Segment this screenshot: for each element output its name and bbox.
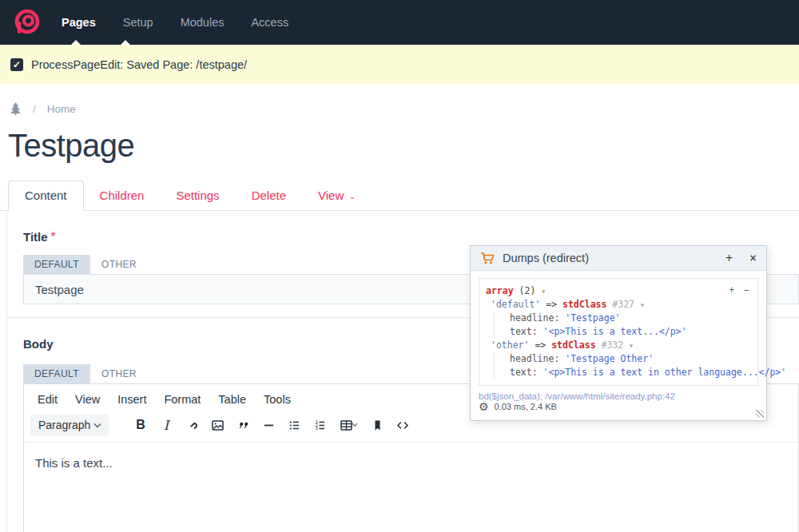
lang-tab-default[interactable]: DEFAULT xyxy=(23,255,90,274)
numbered-list-icon: 123 xyxy=(313,419,327,432)
chevron-down-icon xyxy=(93,423,101,428)
dump-expand-all-button[interactable]: + xyxy=(729,284,734,297)
lang-tab-default[interactable]: DEFAULT xyxy=(23,364,90,383)
link-icon xyxy=(185,419,199,432)
tracy-expand-button[interactable]: + xyxy=(725,251,733,265)
dump-box: + − array (2) ▾'default' => stdClass #32… xyxy=(479,278,758,386)
lang-tab-other[interactable]: OTHER xyxy=(90,255,148,274)
horizontal-rule-button[interactable] xyxy=(257,414,280,436)
tab-settings[interactable]: Settings xyxy=(160,181,235,210)
collapse-toggle-icon[interactable]: ▾ xyxy=(629,341,634,350)
cart-icon xyxy=(480,252,495,265)
link-button[interactable] xyxy=(181,414,203,436)
tracy-panel-title: Dumps (redirect) xyxy=(503,252,589,264)
toolbar-buttons: B I xyxy=(129,414,414,436)
menu-insert[interactable]: Insert xyxy=(110,391,153,408)
notification-bar: ✓ ProcessPageEdit: Saved Page: /testpage… xyxy=(0,45,799,84)
bookmark-button[interactable] xyxy=(366,414,388,436)
breadcrumb: / Home xyxy=(10,102,799,115)
chevron-down-icon xyxy=(352,423,358,427)
body-field-label: Body xyxy=(23,337,54,351)
tab-content[interactable]: Content xyxy=(8,181,84,211)
horizontal-rule-icon xyxy=(262,419,276,432)
dump-line: text: '<p>This is a text...</p>' xyxy=(486,325,751,339)
bullet-list-icon xyxy=(288,419,301,432)
breadcrumb-separator: / xyxy=(33,103,36,115)
editor-content[interactable]: This is a text... xyxy=(24,443,798,483)
image-icon xyxy=(211,419,225,432)
dump-line: headline: 'Testpage' xyxy=(486,312,751,325)
nav-item-access[interactable]: Access xyxy=(251,16,288,29)
checkbox-icon: ✓ xyxy=(10,58,23,71)
nav-item-setup[interactable]: Setup xyxy=(123,16,153,29)
tab-children[interactable]: Children xyxy=(84,181,161,210)
menu-format[interactable]: Format xyxy=(157,391,208,408)
image-button[interactable] xyxy=(206,414,229,436)
nav-caret-icon xyxy=(71,40,81,45)
notification-message: ProcessPageEdit: Saved Page: /testpage/ xyxy=(31,58,247,71)
dump-controls: + − xyxy=(729,284,749,297)
nav-item-pages[interactable]: Pages xyxy=(62,16,96,29)
numbered-list-button[interactable]: 123 xyxy=(308,414,331,436)
dump-collapse-all-button[interactable]: − xyxy=(744,284,749,297)
menu-view[interactable]: View xyxy=(68,391,107,408)
tracy-panel-footer: ⚙ 0.03 ms, 2.4 KB xyxy=(479,400,557,413)
menu-tools[interactable]: Tools xyxy=(256,391,298,408)
nav-item-modules[interactable]: Modules xyxy=(181,16,225,29)
tracy-close-button[interactable]: × xyxy=(749,251,757,265)
gear-icon[interactable]: ⚙ xyxy=(479,400,489,413)
page-title: Testpage xyxy=(8,128,799,164)
bold-button[interactable]: B xyxy=(129,414,152,436)
menu-table[interactable]: Table xyxy=(211,391,253,408)
page-tabs: Content Children Settings Delete View⌄ xyxy=(0,181,799,211)
dump-line: text: '<p>This is a text in other langua… xyxy=(486,366,751,379)
chevron-down-icon: ⌄ xyxy=(348,193,356,200)
table-button[interactable] xyxy=(334,414,363,436)
tab-delete[interactable]: Delete xyxy=(236,181,302,210)
tree-icon[interactable] xyxy=(10,102,22,115)
collapse-toggle-icon[interactable]: ▾ xyxy=(541,287,546,296)
dump-line: 'default' => stdClass #327 ▾ xyxy=(486,298,751,312)
format-select[interactable]: Paragraph xyxy=(30,415,109,436)
dump-line: 'other' => stdClass #332 ▾ xyxy=(486,339,751,352)
nav-caret-icon xyxy=(121,40,130,45)
collapse-toggle-icon[interactable]: ▾ xyxy=(640,300,645,309)
dump-lines: array (2) ▾'default' => stdClass #327 ▾h… xyxy=(486,284,751,379)
tab-view[interactable]: View⌄ xyxy=(302,181,372,210)
source-code-button[interactable] xyxy=(392,414,414,436)
breadcrumb-home-link[interactable]: Home xyxy=(47,103,76,115)
tracy-panel-header[interactable]: Dumps (redirect) + × xyxy=(471,246,766,271)
main-nav: Pages Setup Modules Access xyxy=(62,16,288,29)
menu-edit[interactable]: Edit xyxy=(30,391,65,408)
bookmark-icon xyxy=(371,419,384,432)
lang-tab-other[interactable]: OTHER xyxy=(90,364,148,383)
tracy-stats-text: 0.03 ms, 2.4 KB xyxy=(495,402,557,411)
blockquote-icon xyxy=(237,419,250,432)
bullet-list-button[interactable] xyxy=(283,414,305,436)
dump-line: headline: 'Testpage Other' xyxy=(486,352,751,366)
tracy-panel-body: + − array (2) ▾'default' => stdClass #32… xyxy=(471,271,766,420)
svg-text:3: 3 xyxy=(315,426,317,431)
masthead: Pages Setup Modules Access xyxy=(0,0,799,45)
blockquote-button[interactable] xyxy=(232,414,254,436)
dump-line: array (2) ▾ xyxy=(486,284,751,298)
italic-button[interactable]: I xyxy=(155,414,177,436)
tracy-dumps-panel[interactable]: Dumps (redirect) + × + − array (2) ▾'def… xyxy=(470,245,767,421)
processwire-logo-icon[interactable] xyxy=(12,7,42,38)
resize-grip[interactable] xyxy=(756,410,764,418)
code-icon xyxy=(396,419,410,432)
title-field-label: Title xyxy=(23,230,48,244)
required-asterisk: * xyxy=(51,230,56,244)
